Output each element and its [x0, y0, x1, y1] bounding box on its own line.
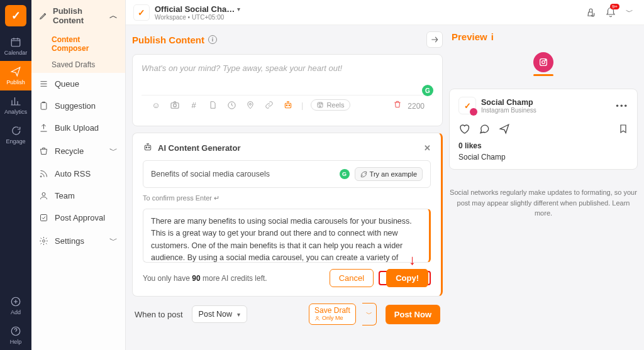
- post-now-button[interactable]: Post Now: [386, 305, 440, 324]
- svg-point-5: [42, 193, 45, 196]
- sidenav-publish-content[interactable]: Publish Content ︿: [31, 0, 125, 31]
- svg-point-17: [146, 147, 147, 148]
- publish-content-title: Publish Content: [132, 35, 204, 45]
- share-icon[interactable]: [499, 123, 510, 136]
- notification-count: 9+: [610, 4, 619, 9]
- chevron-up-icon: ︿: [109, 10, 118, 21]
- trash-icon[interactable]: [393, 102, 402, 111]
- likes-count: 0 likes: [458, 141, 628, 150]
- preview-disclaimer: Social networks regularly make updates t…: [449, 187, 638, 219]
- bookmark-icon[interactable]: [618, 123, 628, 136]
- svg-point-11: [250, 103, 252, 105]
- svg-point-14: [289, 105, 290, 106]
- camera-icon[interactable]: [169, 99, 180, 111]
- grammarly-icon: G: [340, 169, 350, 179]
- location-icon[interactable]: [245, 99, 256, 111]
- preview-caption: Social Champ: [458, 153, 628, 161]
- reels-toggle[interactable]: Reels: [311, 99, 350, 111]
- post-timing-select[interactable]: Post Now ▾: [192, 305, 248, 323]
- save-draft-dropdown[interactable]: ﹀: [362, 303, 377, 325]
- composer-textarea[interactable]: What's on your mind? Type away, speak yo…: [142, 63, 433, 95]
- document-icon[interactable]: [207, 99, 218, 111]
- annotation-arrow: ↓: [409, 252, 416, 268]
- rail-engage[interactable]: Engage: [0, 120, 31, 150]
- app-logo: ✓: [5, 5, 26, 26]
- workspace-logo: ✓: [133, 4, 150, 21]
- enter-hint: To confirm press Enter ↵: [143, 194, 431, 202]
- rail-analytics[interactable]: Analytics: [0, 90, 31, 120]
- ai-panel-title: AI Content Generator: [158, 143, 240, 153]
- collapse-preview-button[interactable]: [426, 31, 443, 48]
- workspace-meta: Workspace • UTC+05:00: [155, 14, 240, 21]
- chevron-down-icon[interactable]: ▾: [237, 6, 240, 13]
- sidenav-recycle[interactable]: Recycle﹀: [31, 139, 125, 163]
- sidenav-team[interactable]: Team: [31, 185, 125, 207]
- active-channel-indicator: [533, 74, 553, 76]
- feedback-button[interactable]: [585, 6, 599, 19]
- close-icon[interactable]: ✕: [424, 143, 431, 153]
- info-icon[interactable]: i: [491, 31, 494, 42]
- sidenav-post-approval[interactable]: Post Approval: [31, 207, 125, 229]
- when-to-post-label: When to post: [135, 310, 183, 319]
- svg-rect-6: [41, 215, 47, 221]
- rail-publish[interactable]: Publish: [0, 61, 31, 90]
- svg-point-4: [40, 176, 42, 177]
- try-example-button[interactable]: Try an example: [355, 167, 423, 181]
- rail-add[interactable]: Add: [0, 291, 31, 320]
- svg-point-9: [174, 104, 177, 107]
- ai-output-text: There are many benefits to using social …: [143, 209, 431, 263]
- sidenav-content-composer[interactable]: Content Composer: [31, 31, 125, 57]
- svg-rect-0: [11, 39, 20, 46]
- emoji-icon[interactable]: ☺: [150, 99, 162, 111]
- account-avatar: ✓: [458, 97, 476, 114]
- cancel-button[interactable]: Cancel: [330, 269, 374, 287]
- workspace-name[interactable]: Official Social Cha…: [155, 4, 235, 14]
- svg-point-18: [148, 147, 150, 148]
- svg-point-19: [316, 317, 318, 319]
- sidenav-bulk-upload[interactable]: Bulk Upload: [31, 117, 125, 139]
- hashtag-icon[interactable]: #: [188, 99, 199, 111]
- sidenav-saved-drafts[interactable]: Saved Drafts: [31, 57, 125, 73]
- chevron-down-icon: ▾: [237, 311, 240, 318]
- sidenav-auto-rss[interactable]: Auto RSS: [31, 163, 125, 185]
- instagram-badge-icon: [470, 108, 477, 116]
- ai-robot-icon[interactable]: [282, 99, 294, 111]
- more-options-button[interactable]: •••: [616, 101, 628, 111]
- svg-point-13: [286, 105, 287, 106]
- save-draft-button[interactable]: Save Draft Only Me: [309, 304, 356, 324]
- ai-credits-text: You only have 90 more AI credits left.: [143, 274, 267, 283]
- svg-rect-3: [41, 103, 47, 110]
- rail-help[interactable]: Help: [0, 320, 31, 350]
- account-menu[interactable]: ﹀: [623, 6, 636, 19]
- ai-prompt-input[interactable]: Benefits of social media carousels: [151, 170, 335, 178]
- chevron-down-icon: ﹀: [109, 235, 118, 246]
- link-icon[interactable]: [264, 99, 275, 111]
- sidenav-settings[interactable]: Settings﹀: [31, 229, 125, 253]
- chevron-down-icon: ﹀: [109, 145, 118, 156]
- account-name: Social Champ: [481, 98, 536, 107]
- info-icon[interactable]: i: [208, 35, 217, 44]
- rail-calendar[interactable]: Calendar: [0, 31, 31, 61]
- copy-button[interactable]: Copy!: [386, 269, 428, 287]
- clock-icon[interactable]: [226, 99, 237, 111]
- svg-point-22: [545, 60, 546, 60]
- svg-point-7: [43, 239, 45, 242]
- comment-icon[interactable]: [479, 123, 490, 136]
- like-icon[interactable]: [458, 123, 470, 136]
- sidenav-queue[interactable]: Queue: [31, 73, 125, 95]
- grammarly-icon: G: [422, 85, 433, 96]
- notifications-button[interactable]: 9+: [604, 6, 618, 19]
- char-count: 2200: [408, 102, 425, 111]
- preview-title: Preview: [452, 31, 487, 42]
- account-type: Instagram Business: [481, 107, 536, 114]
- ai-robot-icon: [143, 142, 153, 154]
- sidenav-suggestion[interactable]: Suggestion: [31, 95, 125, 117]
- instagram-channel-icon[interactable]: [533, 52, 553, 72]
- svg-point-21: [542, 61, 545, 64]
